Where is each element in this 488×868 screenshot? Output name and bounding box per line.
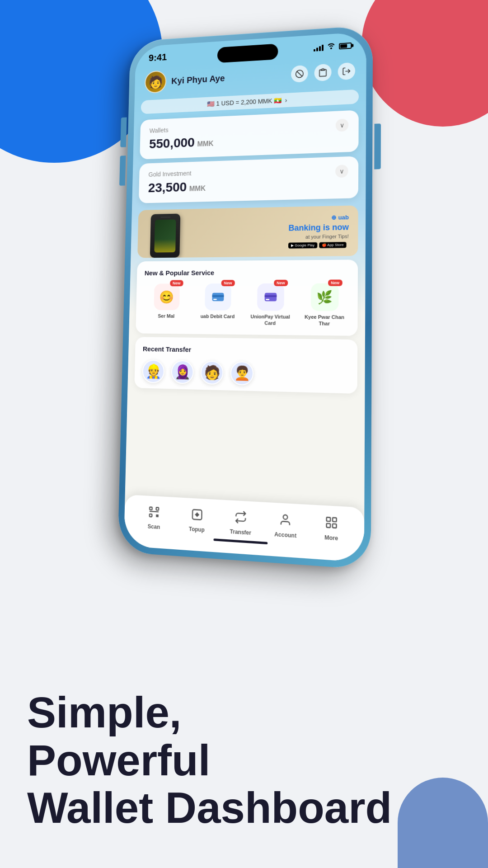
service-item-unionpay[interactable]: New UnionPay Virtual Card bbox=[246, 283, 295, 327]
user-info: 🧑 Kyi Phyu Aye bbox=[145, 67, 225, 94]
gold-chevron[interactable]: ∨ bbox=[335, 165, 348, 178]
transfer-avatar-4[interactable]: 🧑‍🦱 bbox=[230, 361, 253, 386]
nav-item-more[interactable]: More bbox=[308, 511, 355, 543]
svg-rect-6 bbox=[213, 299, 217, 300]
scan-icon bbox=[145, 502, 164, 522]
more-label: More bbox=[324, 534, 338, 542]
recent-transfer-title: Recent Transfer bbox=[143, 345, 349, 356]
services-title: New & Popular Service bbox=[145, 268, 350, 277]
gold-label: Gold Investment bbox=[148, 169, 206, 178]
service-item-sermal[interactable]: 😊 New Ser Mal bbox=[143, 283, 190, 326]
home-indicator bbox=[213, 538, 267, 544]
banner-phone-image bbox=[150, 214, 180, 258]
battery-icon bbox=[339, 42, 352, 50]
nav-item-scan[interactable]: Scan bbox=[133, 501, 176, 531]
more-icon bbox=[321, 512, 341, 533]
account-label: Account bbox=[274, 531, 296, 539]
service-item-debit[interactable]: New uab Debit Card bbox=[194, 283, 241, 326]
banner-text: ⊕ uab Banking is now at your Finger Tips… bbox=[288, 214, 349, 248]
scan-label: Scan bbox=[148, 523, 160, 530]
banner-screen-image bbox=[154, 219, 176, 252]
notification-icon[interactable] bbox=[291, 65, 308, 83]
nav-items: Scan Topup Transfer bbox=[133, 501, 355, 543]
service-label-sermal: Ser Mal bbox=[158, 313, 174, 319]
topup-icon bbox=[188, 505, 206, 525]
headline-line3: Wallet Dashboard bbox=[27, 783, 392, 832]
service-label-debit: uab Debit Card bbox=[200, 313, 235, 320]
svg-rect-19 bbox=[326, 517, 330, 521]
svg-rect-21 bbox=[326, 524, 330, 528]
nav-item-topup[interactable]: Topup bbox=[175, 504, 219, 534]
svg-rect-11 bbox=[156, 507, 159, 510]
service-icon-sermal: 😊 bbox=[154, 283, 180, 310]
headline-section: Simple, Powerful Wallet Dashboard bbox=[27, 689, 392, 832]
new-badge-unionpay: New bbox=[274, 280, 288, 286]
transfer-avatars: 👷 🧕 🧑 🧑‍🦱 bbox=[142, 359, 349, 387]
headline-line2: Powerful bbox=[27, 736, 210, 784]
signal-icon bbox=[314, 44, 324, 52]
bg-decoration-red bbox=[361, 0, 488, 127]
wifi-icon bbox=[327, 42, 335, 51]
svg-line-1 bbox=[297, 71, 302, 76]
svg-rect-20 bbox=[333, 518, 337, 522]
headline-line1: Simple, bbox=[27, 688, 181, 736]
transfer-icon bbox=[231, 507, 250, 528]
transfer-avatar-1[interactable]: 👷 bbox=[142, 359, 164, 383]
screen-content: 🧑 Kyi Phyu Aye bbox=[124, 54, 366, 562]
transfer-label: Transfer bbox=[230, 528, 251, 537]
svg-rect-8 bbox=[264, 295, 277, 297]
promo-banner[interactable]: ⊕ uab Banking is now at your Finger Tips… bbox=[137, 205, 358, 258]
new-badge-kyeepwar: New bbox=[328, 279, 342, 286]
wallets-card[interactable]: Wallets 550,000 MMK ∨ bbox=[140, 110, 359, 159]
new-badge-sermal: New bbox=[170, 280, 183, 286]
service-icon-kyeepwar: 🌿 bbox=[310, 283, 338, 311]
service-item-kyeepwar[interactable]: 🌿 New Kyee Pwar Chan Thar bbox=[300, 283, 349, 327]
svg-rect-9 bbox=[266, 299, 269, 300]
logout-icon[interactable] bbox=[338, 62, 356, 80]
phone-outer-frame: 9:41 🧑 bbox=[118, 25, 373, 570]
svg-line-13 bbox=[150, 511, 159, 512]
nav-item-transfer[interactable]: Transfer bbox=[218, 506, 263, 537]
transfer-avatar-2[interactable]: 🧕 bbox=[171, 360, 194, 384]
nav-item-account[interactable]: Account bbox=[263, 509, 309, 540]
gold-investment-card[interactable]: Gold Investment 23,500 MMK ∨ bbox=[139, 156, 358, 203]
cards-area: Wallets 550,000 MMK ∨ bbox=[132, 105, 366, 208]
bg-decoration-bottom-right bbox=[398, 778, 488, 868]
account-icon bbox=[276, 509, 295, 531]
recent-transfer-section: Recent Transfer 👷 🧕 🧑 🧑‍🦱 bbox=[134, 337, 357, 394]
banner-title: Banking is now bbox=[288, 222, 349, 233]
status-time: 9:41 bbox=[149, 52, 167, 64]
phone-mockup: 9:41 🧑 bbox=[118, 25, 373, 570]
wallets-amount: 550,000 MMK bbox=[149, 134, 214, 151]
clipboard-icon[interactable] bbox=[314, 64, 331, 81]
service-icon-wrapper-debit: New bbox=[205, 283, 231, 311]
status-icons bbox=[314, 42, 352, 52]
banner-subtitle: at your Finger Tips! bbox=[288, 233, 349, 240]
user-avatar: 🧑 bbox=[145, 70, 167, 94]
header-icons bbox=[291, 62, 355, 83]
svg-rect-5 bbox=[212, 295, 224, 297]
service-icon-unionpay bbox=[257, 283, 284, 311]
topup-label: Topup bbox=[189, 526, 205, 533]
svg-rect-12 bbox=[150, 514, 152, 517]
exchange-rate-text: 🇺🇸 1 USD = 2,200 MMK 🇲🇲 bbox=[207, 97, 282, 108]
exchange-chevron: › bbox=[285, 97, 287, 104]
services-section: New & Popular Service 😊 New Ser Mal bbox=[136, 259, 358, 335]
service-icon-debit bbox=[205, 283, 231, 311]
services-grid: 😊 New Ser Mal New bbox=[143, 283, 349, 327]
service-icon-wrapper-unionpay: New bbox=[257, 283, 284, 311]
phone-screen: 9:41 🧑 bbox=[124, 32, 366, 562]
svg-rect-22 bbox=[333, 524, 337, 528]
username: Kyi Phyu Aye bbox=[171, 73, 225, 86]
service-icon-wrapper-sermal: 😊 New bbox=[154, 283, 180, 310]
svg-rect-10 bbox=[150, 507, 152, 510]
wallets-chevron[interactable]: ∨ bbox=[336, 118, 349, 132]
transfer-avatar-3[interactable]: 🧑 bbox=[200, 360, 223, 384]
service-label-unionpay: UnionPay Virtual Card bbox=[246, 313, 295, 327]
svg-line-3 bbox=[345, 71, 350, 71]
new-badge-debit: New bbox=[221, 280, 235, 286]
service-label-kyeepwar: Kyee Pwar Chan Thar bbox=[300, 314, 349, 327]
gold-amount: 23,500 MMK bbox=[148, 179, 206, 195]
wallets-label: Wallets bbox=[150, 124, 214, 134]
service-icon-wrapper-kyeepwar: 🌿 New bbox=[310, 283, 338, 311]
